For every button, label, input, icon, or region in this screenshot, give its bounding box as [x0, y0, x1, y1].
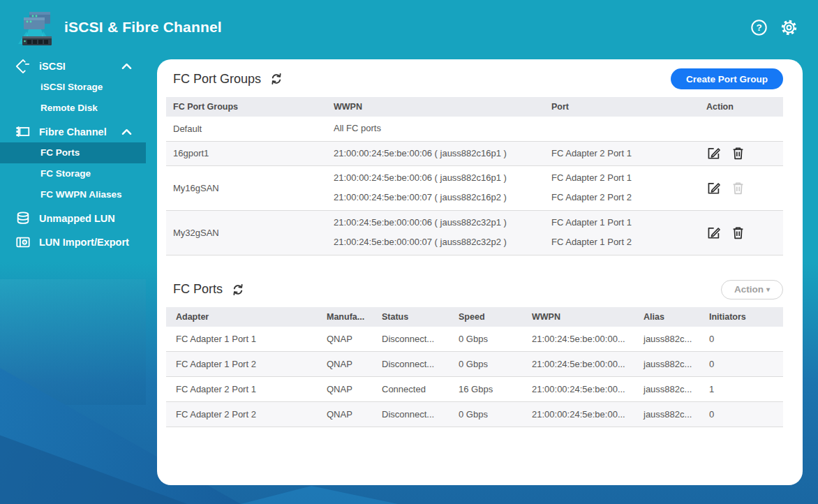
sidebar-item-fibre-channel[interactable]: Fibre Channel — [0, 121, 146, 142]
fc-port-alias: jauss882c... — [644, 402, 709, 427]
fc-port-initiators: 1 — [709, 377, 783, 402]
trash-icon[interactable] — [731, 146, 745, 161]
fc-ports-table-header: Adapter Manufa... Status Speed WWPN Alia… — [166, 307, 783, 327]
sidebar-item-unmapped-lun[interactable]: Unmapped LUN — [0, 208, 146, 229]
fc-port-status: Connected — [382, 377, 459, 402]
trash-icon — [731, 181, 745, 195]
column-header-initiators: Initiators — [709, 307, 783, 327]
port-group-name: Default — [166, 117, 334, 141]
content-panel: FC Port Groups Create Port Group FC Port… — [157, 59, 803, 485]
fc-port-initiators: 0 — [709, 327, 783, 352]
port-group-port: FC Adapter 1 Port 1FC Adapter 1 Port 2 — [551, 210, 706, 255]
column-header-status: Status — [382, 307, 459, 327]
fc-port-alias: jauss882c... — [644, 377, 709, 402]
edit-icon[interactable] — [706, 146, 721, 161]
sidebar-item-iscsi[interactable]: iSCSI — [0, 56, 146, 77]
fc-port-adapter: FC Adapter 1 Port 1 — [166, 327, 327, 352]
fc-port-speed: 0 Gbps — [459, 352, 532, 377]
sidebar-item-lun-import-export[interactable]: LUN Import/Export — [0, 232, 146, 253]
sidebar-item-fc-ports[interactable]: FC Ports — [0, 142, 146, 163]
sidebar-item-remote-disk[interactable]: Remote Disk — [0, 98, 146, 119]
sidebar-item-fc-wwpn-aliases[interactable]: FC WWPN Aliases — [0, 184, 146, 205]
fc-port-wwpn: 21:00:00:24:5e:be:00... — [532, 377, 644, 402]
refresh-icon[interactable] — [269, 72, 283, 86]
fc-port-alias: jauss882c... — [644, 327, 709, 352]
lun-import-export-icon — [15, 235, 31, 250]
create-port-group-button[interactable]: Create Port Group — [671, 68, 783, 89]
fc-port-speed: 16 Gbps — [459, 377, 532, 402]
fc-port-groups-section: FC Port Groups Create Port Group FC Port… — [157, 59, 803, 255]
column-header-adapter: Adapter — [166, 307, 327, 327]
column-header-speed: Speed — [459, 307, 532, 327]
fc-port-adapter: FC Adapter 2 Port 1 — [166, 377, 327, 402]
port-group-actions — [706, 165, 783, 210]
help-icon[interactable]: ? — [750, 18, 768, 37]
port-group-row[interactable]: DefaultAll FC ports — [166, 117, 783, 141]
fc-port-row[interactable]: FC Adapter 2 Port 1QNAPConnected16 Gbps2… — [166, 377, 783, 402]
sidebar-item-fc-storage[interactable]: FC Storage — [0, 163, 146, 184]
fc-port-wwpn: 21:00:24:5e:be:00:00... — [532, 352, 644, 377]
fc-port-manufacturer: QNAP — [327, 377, 382, 402]
action-dropdown-button[interactable]: Action▾ — [721, 280, 783, 299]
fc-port-initiators: 0 — [709, 352, 783, 377]
fc-port-manufacturer: QNAP — [327, 327, 382, 352]
fc-port-adapter: FC Adapter 1 Port 2 — [166, 352, 327, 377]
trash-icon[interactable] — [731, 225, 745, 240]
fc-ports-section: FC Ports Action▾ Adapter M — [157, 271, 803, 428]
app-title: iSCSI & Fibre Channel — [64, 19, 222, 36]
column-header-wwpn: WWPN — [334, 97, 551, 117]
port-group-name: My32gSAN — [166, 210, 334, 255]
refresh-icon[interactable] — [231, 283, 245, 297]
sidebar-item-label: iSCSI — [39, 61, 66, 72]
fc-port-alias: jauss882c... — [644, 352, 709, 377]
sidebar: iSCSIiSCSI StorageRemote DiskFibre Chann… — [0, 56, 146, 253]
column-header-port: Port — [551, 97, 706, 117]
port-group-wwpn: 21:00:00:24:5e:be:00:06 ( jauss882c16p1 … — [334, 165, 551, 210]
fc-port-status: Disconnect... — [382, 402, 459, 427]
fc-port-speed: 0 Gbps — [459, 327, 532, 352]
chevron-up-icon[interactable] — [121, 63, 132, 70]
port-group-wwpn: All FC ports — [334, 117, 551, 141]
fc-port-groups-table-header: FC Port Groups WWPN Port Action — [166, 97, 783, 117]
sidebar-item-iscsi-storage[interactable]: iSCSI Storage — [0, 77, 146, 98]
port-group-actions — [706, 117, 783, 141]
app-header: iSCSI & Fibre Channel ? — [0, 0, 818, 54]
fc-port-row[interactable]: FC Adapter 1 Port 2QNAPDisconnect...0 Gb… — [166, 352, 783, 377]
caret-down-icon: ▾ — [766, 286, 770, 293]
port-group-row[interactable]: My32gSAN21:00:24:5e:be:00:00:06 ( jauss8… — [166, 210, 783, 255]
fc-port-row[interactable]: FC Adapter 2 Port 2QNAPDisconnect...0 Gb… — [166, 402, 783, 427]
column-header-action: Action — [706, 97, 783, 117]
edit-icon[interactable] — [706, 181, 721, 195]
fc-port-wwpn: 21:00:24:5e:be:00:00... — [532, 327, 644, 352]
chevron-up-icon[interactable] — [121, 128, 132, 135]
iscsi-icon — [15, 59, 31, 74]
app-logo-icon — [15, 8, 54, 47]
fc-port-wwpn: 21:00:00:24:5e:be:00... — [532, 402, 644, 427]
fc-port-status: Disconnect... — [382, 327, 459, 352]
fc-port-speed: 0 Gbps — [459, 402, 532, 427]
sidebar-item-label: Unmapped LUN — [39, 213, 115, 224]
port-group-row[interactable]: My16gSAN21:00:00:24:5e:be:00:06 ( jauss8… — [166, 165, 783, 210]
fc-port-adapter: FC Adapter 2 Port 2 — [166, 402, 327, 427]
fc-port-manufacturer: QNAP — [327, 402, 382, 427]
fc-port-manufacturer: QNAP — [327, 352, 382, 377]
fc-port-initiators: 0 — [709, 402, 783, 427]
fc-port-row[interactable]: FC Adapter 1 Port 1QNAPDisconnect...0 Gb… — [166, 327, 783, 352]
sidebar-item-label: Fibre Channel — [39, 126, 107, 138]
fc-port-groups-title: FC Port Groups — [173, 72, 261, 87]
edit-icon[interactable] — [706, 225, 721, 240]
fc-port-status: Disconnect... — [382, 352, 459, 377]
port-group-wwpn: 21:00:24:5e:be:00:00:06 ( jauss882c32p1 … — [334, 210, 551, 255]
port-group-name: 16gport1 — [166, 141, 334, 165]
sidebar-item-label: LUN Import/Export — [39, 237, 129, 248]
port-group-port: FC Adapter 2 Port 1 — [551, 141, 706, 165]
port-group-actions — [706, 210, 783, 255]
unmapped-lun-icon — [15, 211, 31, 226]
column-header-fc-port-groups: FC Port Groups — [166, 97, 334, 117]
port-group-name: My16gSAN — [166, 165, 334, 210]
column-header-wwpn: WWPN — [532, 307, 644, 327]
port-group-row[interactable]: 16gport121:00:00:24:5e:be:00:06 ( jauss8… — [166, 141, 783, 165]
svg-text:?: ? — [756, 22, 761, 33]
gear-icon[interactable] — [780, 18, 798, 37]
port-group-wwpn: 21:00:00:24:5e:be:00:06 ( jauss882c16p1 … — [334, 141, 551, 165]
